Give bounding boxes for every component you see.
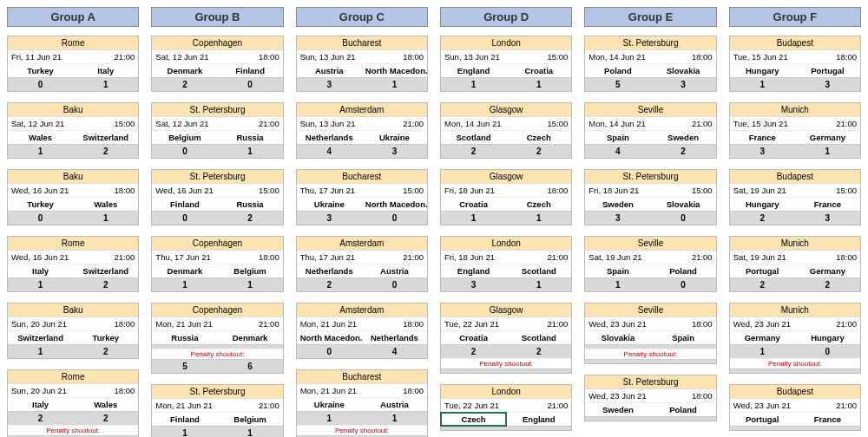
- away-score[interactable]: 0: [650, 211, 715, 225]
- away-score[interactable]: 0: [362, 211, 427, 225]
- group-column: Group DLondonSun, 13 Jun 2115:00EnglandC…: [440, 7, 572, 437]
- home-score[interactable]: [585, 344, 650, 349]
- match-card: BucharestThu, 17 Jun 2115:00UkraineNorth…: [296, 169, 428, 225]
- home-score[interactable]: 2: [441, 144, 506, 158]
- away-score[interactable]: 3: [795, 211, 860, 225]
- away-score[interactable]: 2: [795, 277, 860, 291]
- home-score[interactable]: 2: [8, 411, 73, 425]
- away-score[interactable]: 1: [218, 277, 283, 291]
- home-score[interactable]: [152, 344, 217, 349]
- home-score[interactable]: 1: [152, 277, 217, 291]
- away-team: Croatia: [506, 64, 571, 77]
- match-city: Bucharest: [297, 370, 427, 384]
- match-date: Thu, 17 Jun 21: [297, 184, 362, 197]
- away-score[interactable]: 1: [73, 211, 138, 225]
- away-score[interactable]: 2: [218, 211, 283, 225]
- away-score[interactable]: 3: [362, 144, 427, 158]
- match-card: CopenhagenThu, 17 Jun 2118:00DenmarkBelg…: [151, 236, 283, 292]
- home-score[interactable]: 1: [730, 77, 795, 91]
- away-score[interactable]: 1: [362, 77, 427, 91]
- home-penalty-score[interactable]: [730, 369, 795, 373]
- away-score[interactable]: [650, 416, 715, 421]
- away-score[interactable]: [506, 426, 571, 430]
- match-date: Fri, 18 Jun 21: [441, 184, 506, 197]
- home-score[interactable]: 0: [8, 211, 73, 225]
- away-score[interactable]: [795, 426, 860, 430]
- home-score[interactable]: 1: [297, 411, 362, 425]
- away-score[interactable]: 2: [73, 144, 138, 158]
- home-score[interactable]: 2: [152, 77, 217, 91]
- home-score[interactable]: 3: [441, 277, 506, 291]
- away-score[interactable]: [218, 344, 283, 349]
- match-card: CopenhagenMon, 21 Jun 2121:00RussiaDenma…: [151, 303, 283, 374]
- away-score[interactable]: 1: [795, 144, 860, 158]
- home-score[interactable]: 0: [297, 344, 362, 358]
- away-penalty-score[interactable]: [506, 369, 571, 373]
- away-score[interactable]: 0: [650, 277, 715, 291]
- home-score[interactable]: 3: [297, 77, 362, 91]
- home-score[interactable]: 1: [441, 77, 506, 91]
- away-score[interactable]: 0: [362, 277, 427, 291]
- away-score[interactable]: 1: [218, 426, 283, 437]
- home-score[interactable]: 3: [730, 144, 795, 158]
- home-score[interactable]: 1: [730, 344, 795, 358]
- away-score[interactable]: 1: [506, 277, 571, 291]
- home-score[interactable]: [441, 426, 506, 430]
- match-card: MunichWed, 23 Jun 2121:00GermanyHungary1…: [729, 303, 861, 374]
- away-score[interactable]: 3: [795, 77, 860, 91]
- home-score[interactable]: 2: [297, 277, 362, 291]
- home-score[interactable]: 3: [297, 211, 362, 225]
- away-score[interactable]: 2: [506, 344, 571, 358]
- away-score[interactable]: 2: [73, 411, 138, 425]
- away-penalty-score[interactable]: [795, 369, 860, 373]
- home-team: Wales: [8, 131, 73, 144]
- match-time: 21:00: [506, 251, 571, 264]
- away-team: Spain: [650, 331, 715, 344]
- home-penalty-score[interactable]: 5: [152, 359, 217, 373]
- home-score[interactable]: 1: [8, 277, 73, 291]
- home-team: Croatia: [441, 198, 506, 211]
- home-score[interactable]: 4: [297, 144, 362, 158]
- away-score[interactable]: 1: [73, 77, 138, 91]
- home-score[interactable]: 2: [441, 344, 506, 358]
- home-score[interactable]: 2: [730, 277, 795, 291]
- away-score[interactable]: 1: [506, 211, 571, 225]
- match-city: Munich: [730, 237, 860, 251]
- home-score[interactable]: 2: [730, 211, 795, 225]
- home-score[interactable]: [585, 416, 650, 421]
- home-score[interactable]: 4: [585, 144, 650, 158]
- home-score[interactable]: 0: [8, 77, 73, 91]
- away-score[interactable]: [650, 344, 715, 349]
- away-score[interactable]: 0: [795, 344, 860, 358]
- home-score[interactable]: 1: [585, 277, 650, 291]
- home-score[interactable]: 0: [152, 144, 217, 158]
- away-penalty-score[interactable]: [650, 359, 715, 363]
- home-score[interactable]: 1: [441, 211, 506, 225]
- home-penalty-score[interactable]: [585, 359, 650, 363]
- away-score[interactable]: 0: [218, 77, 283, 91]
- group-header: Group D: [440, 7, 572, 27]
- home-score[interactable]: 0: [152, 211, 217, 225]
- home-score[interactable]: 1: [8, 344, 73, 358]
- home-team: Poland: [585, 64, 650, 77]
- home-score[interactable]: 5: [585, 77, 650, 91]
- away-score[interactable]: 2: [73, 344, 138, 358]
- away-score[interactable]: 4: [362, 344, 427, 358]
- away-score[interactable]: 1: [218, 144, 283, 158]
- away-score[interactable]: 1: [506, 77, 571, 91]
- away-score[interactable]: 2: [73, 277, 138, 291]
- home-score[interactable]: [730, 426, 795, 430]
- away-score[interactable]: 2: [650, 144, 715, 158]
- match-city: Rome: [8, 370, 138, 384]
- home-team: Russia: [152, 331, 217, 344]
- away-score[interactable]: 1: [362, 411, 427, 425]
- match-card: St. PetersburgFri, 18 Jun 2115:00SwedenS…: [584, 169, 716, 225]
- away-score[interactable]: 2: [506, 144, 571, 158]
- away-penalty-score[interactable]: 6: [218, 359, 283, 373]
- match-time: 18:00: [650, 50, 715, 63]
- home-score[interactable]: 3: [585, 211, 650, 225]
- home-score[interactable]: 1: [152, 426, 217, 437]
- home-penalty-score[interactable]: [441, 369, 506, 373]
- away-score[interactable]: 3: [650, 77, 715, 91]
- home-score[interactable]: 1: [8, 144, 73, 158]
